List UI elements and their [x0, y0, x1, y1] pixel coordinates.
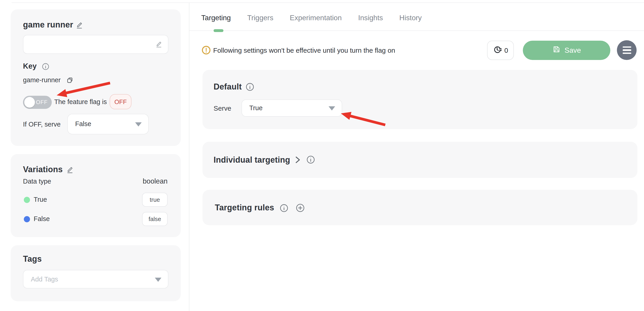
toggle-knob — [24, 97, 35, 108]
save-label: Save — [564, 46, 581, 55]
false-variation-label: False — [34, 215, 50, 223]
tags-card: Tags Add Tags — [11, 245, 181, 301]
add-tags-select[interactable]: Add Tags — [23, 270, 168, 288]
false-variation-dot — [24, 216, 30, 222]
key-label: Key — [23, 62, 36, 71]
caret-down-icon — [328, 106, 335, 110]
add-rule-icon[interactable] — [296, 203, 305, 214]
targeting-rules-card: Targeting rules — [202, 190, 638, 225]
pending-count: 0 — [504, 46, 508, 54]
false-variation-value: false — [142, 212, 168, 226]
tab-insights[interactable]: Insights — [358, 14, 383, 22]
edit-flag-name-icon[interactable] — [76, 21, 83, 31]
toggle-state-label: OFF — [36, 99, 48, 105]
default-info-icon[interactable] — [246, 83, 254, 93]
copy-key-icon[interactable] — [66, 76, 74, 85]
more-actions-button[interactable] — [617, 40, 637, 60]
tab-bar-divider — [189, 31, 644, 31]
default-title: Default — [214, 82, 242, 92]
tab-triggers[interactable]: Triggers — [247, 14, 274, 22]
chevron-right-icon[interactable] — [294, 156, 301, 165]
targeting-rules-title: Targeting rules — [215, 203, 274, 212]
data-type-label: Data type — [23, 178, 51, 185]
variations-card: Variations Data type boolean True true F… — [11, 154, 181, 237]
true-variation-label: True — [34, 196, 47, 204]
edit-description-icon[interactable] — [155, 41, 163, 50]
serve-label: Serve — [214, 104, 232, 112]
caret-down-icon — [155, 277, 162, 281]
tab-experimentation[interactable]: Experimentation — [290, 14, 342, 22]
default-rule-card: Default Serve True — [202, 70, 638, 129]
active-tab-indicator — [214, 29, 224, 32]
serve-when-off-value: False — [75, 120, 91, 128]
pending-changes-button[interactable]: 0 — [487, 41, 514, 60]
individual-targeting-card[interactable]: Individual targeting — [202, 142, 638, 178]
caret-down-icon — [135, 122, 142, 127]
add-tags-placeholder: Add Tags — [31, 275, 58, 283]
save-button[interactable]: Save — [523, 41, 610, 60]
warning-icon — [202, 46, 211, 56]
save-icon — [552, 45, 560, 56]
individual-targeting-title: Individual targeting — [214, 155, 290, 165]
targeting-rules-info-icon[interactable] — [280, 204, 288, 214]
true-variation-value: true — [142, 193, 168, 206]
true-variation-dot — [24, 197, 30, 203]
hamburger-icon — [622, 46, 631, 54]
serve-when-off-select[interactable]: False — [68, 114, 149, 134]
flag-status-text: The feature flag is — [54, 98, 107, 106]
default-serve-value: True — [249, 104, 262, 112]
tab-history[interactable]: History — [400, 14, 422, 22]
main-content: Targeting Triggers Experimentation Insig… — [189, 0, 644, 311]
flag-key-value: game-runner — [23, 76, 61, 84]
variations-title: Variations — [23, 165, 63, 174]
default-serve-select[interactable]: True — [242, 100, 342, 117]
tags-title: Tags — [23, 254, 42, 264]
sidebar: game runner Key — [0, 0, 189, 311]
tab-bar: Targeting Triggers Experimentation Insig… — [201, 14, 422, 22]
feature-flag-page: game runner Key — [0, 0, 644, 311]
data-type-value: boolean — [142, 177, 167, 186]
edit-variations-icon[interactable] — [66, 166, 74, 176]
individual-targeting-info-icon[interactable] — [306, 155, 315, 166]
flag-status-badge: OFF — [110, 94, 132, 109]
tab-targeting[interactable]: Targeting — [201, 14, 231, 22]
flag-summary-card: game runner Key — [11, 10, 181, 146]
flag-name-title: game runner — [23, 20, 73, 30]
warning-text: Following settings won't be effective un… — [213, 46, 395, 54]
pending-clock-icon — [493, 45, 502, 56]
key-info-icon[interactable] — [42, 63, 49, 72]
serve-when-off-label: If OFF, serve — [23, 121, 61, 128]
flag-toggle[interactable]: OFF — [23, 96, 52, 109]
flag-description-input[interactable] — [23, 35, 168, 54]
